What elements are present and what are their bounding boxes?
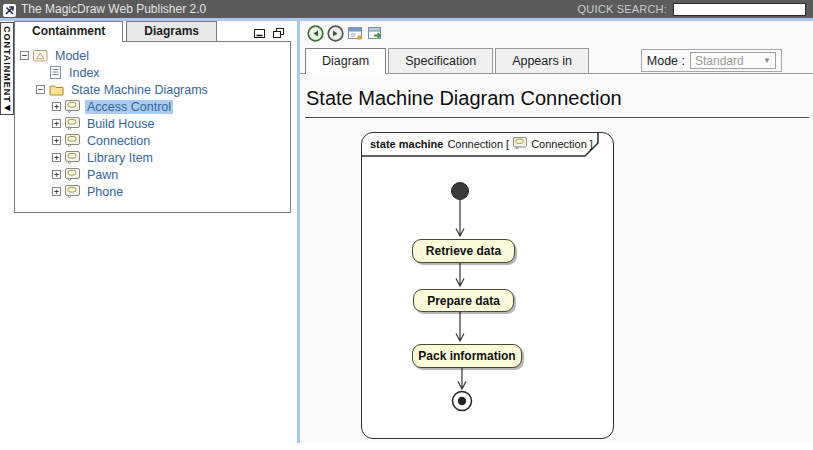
transitions-layer (362, 133, 612, 437)
tree-row-access-control[interactable]: + Access Control (15, 98, 290, 115)
mode-label: Mode : (647, 54, 685, 68)
state-machine-diagram-icon (65, 100, 80, 113)
folder-icon (49, 84, 64, 96)
page-title: State Machine Diagram Connection (306, 87, 813, 110)
mode-box: Mode : Standard ▼ (641, 49, 782, 72)
app-title: The MagicDraw Web Publisher 2.0 (21, 2, 206, 16)
frame-title-left: Connection [ (447, 138, 509, 150)
tab-appears-in[interactable]: Appears in (495, 48, 589, 73)
cascade-windows-icon[interactable] (272, 25, 285, 43)
tree-label[interactable]: Library Item (85, 151, 155, 165)
expand-node-icon[interactable]: + (52, 153, 61, 162)
tab-specification[interactable]: Specification (388, 48, 493, 73)
state-machine-diagram-icon (65, 185, 80, 198)
collapse-node-icon[interactable]: − (36, 85, 45, 94)
mode-select[interactable]: Standard ▼ (690, 52, 776, 69)
tree-row-pawn[interactable]: + Pawn (15, 166, 290, 183)
frame-title-right: Connection ] (531, 138, 593, 150)
quick-search-input[interactable] (673, 3, 806, 16)
expand-node-icon[interactable]: + (52, 170, 61, 179)
panel-window-controls (253, 25, 285, 43)
index-icon (49, 66, 62, 79)
state-machine-diagram-icon (513, 137, 527, 151)
tree-row-state-machine-diagrams[interactable]: − State Machine Diagrams (15, 81, 290, 98)
tree-row-phone[interactable]: + Phone (15, 183, 290, 200)
state-machine-diagram-icon (65, 151, 80, 164)
tree-row-index[interactable]: Index (15, 64, 290, 81)
state-machine-frame: state machine Connection [ Connection ] … (361, 132, 614, 439)
containment-side-tab[interactable]: CONTAINMENT ◀ (0, 22, 14, 115)
content-panel: Diagram Specification Appears in Mode : … (300, 21, 813, 443)
frame-keyword: state machine (370, 138, 443, 150)
magicdraw-logo-icon (3, 3, 16, 16)
state-pack-information[interactable]: Pack information (412, 344, 522, 368)
expand-node-icon[interactable]: + (52, 102, 61, 111)
state-machine-diagram-icon (65, 117, 80, 130)
expand-node-icon[interactable]: + (52, 187, 61, 196)
tree-label[interactable]: Index (67, 66, 102, 80)
tree-label[interactable]: Phone (85, 185, 125, 199)
back-icon[interactable] (307, 25, 324, 42)
tree-label[interactable]: Model (53, 49, 91, 63)
tab-diagram[interactable]: Diagram (305, 48, 386, 74)
tree-row-library-item[interactable]: + Library Item (15, 149, 290, 166)
tree-label[interactable]: Build House (85, 117, 156, 131)
expand-node-icon[interactable]: + (52, 119, 61, 128)
tree-label-selected[interactable]: Access Control (85, 100, 173, 114)
state-machine-diagram-icon (65, 168, 80, 181)
navigation-toolbar (300, 21, 813, 46)
collapse-panel-icon[interactable]: ◀ (4, 104, 10, 112)
quick-search-label: QUICK SEARCH: (578, 3, 667, 15)
tree-row-build-house[interactable]: + Build House (15, 115, 290, 132)
content-tab-strip: Diagram Specification Appears in Mode : … (300, 46, 813, 74)
model-icon (33, 49, 48, 62)
state-machine-diagram-icon (65, 134, 80, 147)
tab-containment[interactable]: Containment (14, 21, 123, 42)
expand-node-icon[interactable]: + (52, 136, 61, 145)
frame-header: state machine Connection [ Connection ] (370, 137, 593, 151)
state-prepare-data[interactable]: Prepare data (413, 289, 514, 312)
collapse-node-icon[interactable]: − (20, 51, 29, 60)
tree-row-model[interactable]: − Model (15, 47, 290, 64)
show-in-containment-tree-icon[interactable] (347, 25, 364, 42)
tab-diagrams[interactable]: Diagrams (126, 21, 217, 41)
tree-label[interactable]: Pawn (85, 168, 120, 182)
tree-row-connection[interactable]: + Connection (15, 132, 290, 149)
bottom-margin (0, 443, 813, 450)
containment-tree: − Model Index − State Machine Diagrams (14, 41, 291, 213)
title-bar: The MagicDraw Web Publisher 2.0 QUICK SE… (0, 0, 813, 18)
diagram-canvas: state machine Connection [ Connection ] … (300, 118, 813, 438)
tree-label[interactable]: Connection (85, 134, 152, 148)
mode-value: Standard (695, 54, 744, 68)
open-in-new-window-icon[interactable] (367, 25, 384, 42)
initial-state-node (452, 183, 469, 200)
minimize-panel-icon[interactable] (253, 25, 266, 43)
containment-side-tab-label: CONTAINMENT (2, 26, 12, 103)
forward-icon[interactable] (327, 25, 344, 42)
chevron-down-icon: ▼ (763, 56, 771, 65)
navigation-panel: CONTAINMENT ◀ Containment Diagrams − Mod… (0, 21, 297, 443)
tree-label[interactable]: State Machine Diagrams (69, 83, 210, 97)
state-retrieve-data[interactable]: Retrieve data (412, 239, 515, 263)
